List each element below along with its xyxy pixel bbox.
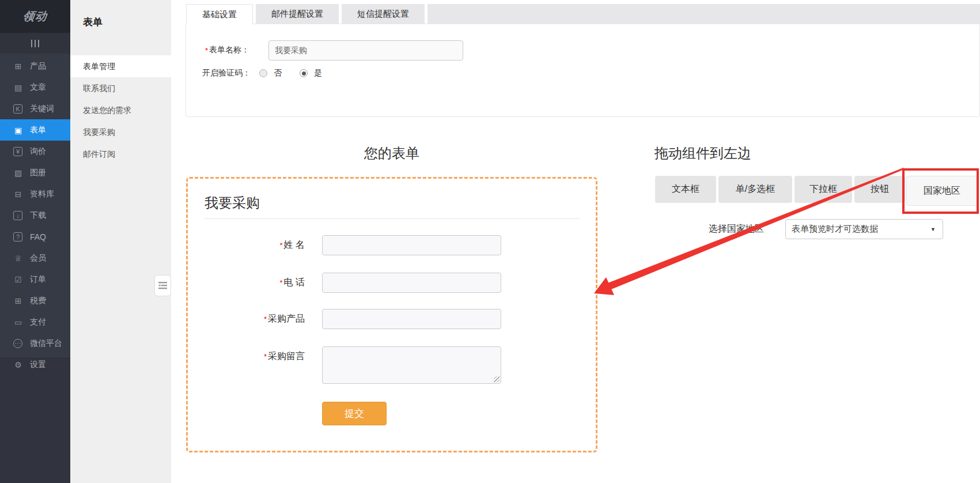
sidebar-item-forms[interactable]: ▣ 表单	[0, 119, 70, 141]
component-checkbox[interactable]: 单/多选框	[718, 176, 792, 203]
sidebar-item-members[interactable]: ♕ 会员	[0, 247, 70, 269]
component-dropdown[interactable]: 下拉框	[794, 176, 852, 203]
country-select-label: 选择国家地区	[709, 223, 764, 235]
sidebar-item-albums[interactable]: ▨ 图册	[0, 162, 70, 183]
submenu-title: 表单	[70, 0, 171, 29]
sidebar-menu: ⊞ 产品 ▤ 文章 K 关键词 ▣ 表单 ¥ 询价 ▨ 图册	[0, 55, 70, 375]
wechat-chat-icon: ⋯	[13, 339, 22, 348]
component-textbox[interactable]: 文本框	[655, 176, 716, 203]
logo[interactable]: 领动	[0, 0, 70, 33]
sidebar-item-wechat[interactable]: ⋯ 微信平台	[0, 333, 70, 354]
faq-question-icon: ?	[13, 232, 22, 242]
form-name-label: 表单名称：	[209, 45, 249, 55]
captcha-label: 开启验证码：	[202, 68, 251, 78]
sidebar-item-faq[interactable]: ? FAQ	[0, 226, 70, 247]
required-asterisk: *	[264, 315, 267, 323]
keyword-icon: K	[13, 104, 22, 114]
country-select-value: 表单预览时才可选数据	[792, 224, 878, 235]
form-builder-app: 领动 ⊞ 产品 ▤ 文章 K 关键词 ▣ 表单 ¥	[0, 0, 980, 483]
indent-left-icon	[158, 282, 167, 289]
tabbar-filler	[427, 4, 980, 24]
chevron-down-icon: ▼	[930, 227, 936, 232]
form-name-row: * 表单名称：	[205, 45, 249, 55]
order-clipboard-check-icon: ☑	[13, 275, 24, 284]
required-asterisk: *	[205, 46, 208, 55]
sidebar-bottom-shade	[0, 358, 70, 483]
sidebar-item-orders[interactable]: ☑ 订单	[0, 269, 70, 290]
tab-email-reminder-settings[interactable]: 邮件提醒设置	[256, 4, 339, 24]
required-asterisk: *	[279, 241, 282, 250]
name-field-label: 姓 名	[284, 240, 305, 250]
message-field-textarea[interactable]	[322, 346, 501, 384]
phone-field-label: 电 话	[284, 277, 305, 287]
field-row-product: *采购产品	[188, 309, 596, 329]
textarea-resize-handle[interactable]	[494, 376, 500, 382]
name-field-input[interactable]	[322, 235, 501, 255]
sidebar-item-downloads[interactable]: ↓ 下载	[0, 205, 70, 226]
secondary-sidebar: 表单 表单管理 联系我们 发送您的需求 我要采购 邮件订阅	[70, 0, 171, 483]
field-row-message: *采购留言	[188, 346, 596, 384]
submenu-item-purchase[interactable]: 我要采购	[70, 121, 171, 143]
captcha-no-label: 否	[274, 68, 282, 78]
form-title-divider	[205, 218, 580, 219]
field-row-phone: *电 话	[188, 273, 596, 293]
field-row-name: *姓 名	[188, 235, 596, 255]
country-select-dropdown[interactable]: 表单预览时才可选数据 ▼	[785, 219, 943, 239]
basic-settings-panel: * 表单名称： 开启验证码： 否 是	[186, 24, 980, 117]
component-button[interactable]: 按钮	[854, 176, 905, 203]
tab-basic-settings[interactable]: 基础设置	[186, 4, 253, 24]
sidebar-collapse-button[interactable]	[0, 33, 70, 54]
sidebar-item-settings[interactable]: ⚙ 设置	[0, 354, 70, 375]
submenu-item-email-subscribe[interactable]: 邮件订阅	[70, 143, 171, 165]
sidebar-item-payment[interactable]: ▭ 支付	[0, 311, 70, 333]
album-image-icon: ▨	[13, 168, 24, 178]
form-clipboard-icon: ▣	[13, 126, 24, 135]
sidebar-item-keywords[interactable]: K 关键词	[0, 98, 70, 119]
sidebar-item-articles[interactable]: ▤ 文章	[0, 77, 70, 98]
submit-button[interactable]: 提交	[322, 402, 387, 425]
submenu-item-contact-us[interactable]: 联系我们	[70, 77, 171, 99]
products-grid-icon: ⊞	[13, 62, 24, 71]
captcha-radio-no[interactable]	[259, 69, 267, 77]
download-icon: ↓	[13, 211, 22, 220]
component-country-region[interactable]: 国家地区	[906, 176, 978, 206]
submenu-item-send-requirements[interactable]: 发送您的需求	[70, 99, 171, 121]
required-asterisk: *	[264, 352, 267, 361]
submenu-item-form-management[interactable]: 表单管理	[70, 55, 171, 77]
submenu-collapse-toggle[interactable]	[154, 275, 171, 296]
collapse-bars-icon	[31, 40, 32, 47]
preview-form-title: 我要采购	[205, 194, 260, 212]
article-icon: ▤	[13, 83, 24, 92]
drag-components-heading: 拖动组件到左边	[654, 144, 751, 163]
form-dropzone[interactable]: 我要采购 *姓 名 *电 话 *采购产品 *采购留言 提交	[186, 177, 597, 452]
captcha-yes-label: 是	[314, 68, 322, 78]
logo-text: 领动	[22, 9, 48, 24]
settings-tabbar: 基础设置 邮件提醒设置 短信提醒设置	[186, 4, 980, 24]
message-field-label: 采购留言	[268, 351, 305, 361]
tab-sms-reminder-settings[interactable]: 短信提醒设置	[342, 4, 425, 24]
product-field-label: 采购产品	[268, 314, 305, 323]
gear-icon: ⚙	[13, 360, 24, 369]
phone-field-input[interactable]	[322, 273, 501, 293]
payment-card-icon: ▭	[13, 318, 24, 327]
required-asterisk: *	[279, 278, 282, 287]
tax-grid-icon: ⊞	[13, 296, 24, 305]
primary-sidebar: 领动 ⊞ 产品 ▤ 文章 K 关键词 ▣ 表单 ¥	[0, 0, 70, 483]
product-field-input[interactable]	[322, 309, 501, 329]
inquiry-yen-icon: ¥	[13, 147, 22, 156]
sidebar-item-library[interactable]: ⊟ 资料库	[0, 183, 70, 205]
sidebar-item-products[interactable]: ⊞ 产品	[0, 55, 70, 77]
form-name-input[interactable]	[268, 40, 463, 61]
library-archive-icon: ⊟	[13, 190, 24, 199]
sidebar-item-inquiry[interactable]: ¥ 询价	[0, 141, 70, 162]
captcha-radio-yes[interactable]	[300, 69, 308, 77]
captcha-row: 开启验证码： 否 是	[202, 68, 322, 78]
your-form-heading: 您的表单	[186, 144, 597, 163]
sidebar-item-tax[interactable]: ⊞ 税费	[0, 290, 70, 311]
member-crown-icon: ♕	[13, 254, 24, 263]
